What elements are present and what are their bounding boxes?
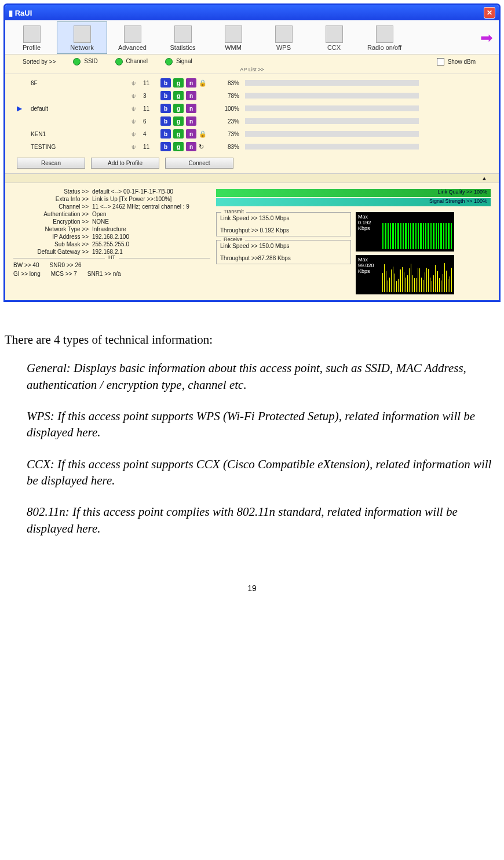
ht-bw: BW >> 40 [13, 262, 39, 268]
raui-window: ▮ RaUI ✕ Profile Network Advanced Statis… [3, 3, 501, 302]
mode-b-icon: b [160, 116, 171, 126]
tab-radio[interactable]: Radio on/off [359, 21, 410, 54]
details-panel: Status >>default <--> 00-1F-1F-1F-7B-00E… [5, 183, 499, 300]
selected-icon: ▶ [17, 104, 24, 112]
ap-row[interactable]: KEN1⍦4bgn🔒73% [17, 127, 487, 140]
rx-throughput: Throughput >>87.288 Kbps [220, 255, 347, 261]
ap-ssid: 6F [26, 80, 129, 86]
antenna-icon: ⍦ [132, 130, 141, 138]
ap-channel: 4 [143, 131, 158, 137]
ap-list-label: AP List >> [5, 67, 499, 74]
ap-percent: 78% [210, 93, 243, 99]
arrow-icon[interactable]: ➡ [480, 29, 493, 47]
status-row: Extra Info >>Link is Up [Tx Power >>:100… [13, 195, 210, 203]
mode-g-icon: g [173, 129, 184, 139]
tab-wmm[interactable]: WMM [208, 21, 258, 54]
ap-list[interactable]: 6F⍦11bgn🔒83%⍦3bgn78%▶default⍦11bgn100%⍦6… [5, 74, 499, 155]
mode-g-icon: g [173, 142, 184, 151]
status-value: Infrastructure [92, 226, 210, 232]
antenna-icon: ⍦ [132, 104, 141, 112]
ap-row[interactable]: 6F⍦11bgn🔒83% [17, 76, 487, 89]
signal-bar [245, 131, 419, 137]
signal-bar [245, 118, 419, 124]
status-row: Status >>default <--> 00-1F-1F-1F-7B-00 [13, 188, 210, 195]
wmm-icon [225, 25, 242, 43]
signal-bar [245, 93, 419, 99]
ht-label: HT [105, 254, 119, 260]
status-value: 255.255.255.0 [92, 241, 210, 247]
sort-ssid[interactable]: SSID [73, 58, 97, 65]
status-row: Channel >>11 <--> 2462 MHz; central chan… [13, 203, 210, 210]
status-value: 11 <--> 2462 MHz; central channel : 9 [92, 203, 210, 210]
mode-n-icon: n [186, 129, 196, 139]
status-key: Default Gateway >> [13, 249, 92, 255]
status-key: Authentication >> [13, 211, 92, 217]
doc-wps: WPS: If this access point supports WPS (… [27, 408, 496, 441]
tab-network[interactable]: Network [57, 21, 107, 54]
rescan-button[interactable]: Rescan [17, 158, 85, 169]
status-row: Sub Mask >>255.255.255.0 [13, 240, 210, 248]
signal-bar [245, 105, 419, 111]
show-dbm-checkbox[interactable]: Show dBm [437, 58, 476, 65]
signal-bar [245, 144, 419, 150]
tab-ccx[interactable]: CCX [309, 21, 359, 54]
sorted-by-label: Sorted by >> [23, 59, 56, 65]
tab-wps[interactable]: WPS [258, 21, 309, 54]
ap-percent: 23% [210, 118, 243, 125]
dot-icon [73, 58, 81, 65]
ap-row[interactable]: ⍦6bgn23% [17, 115, 487, 127]
ap-row[interactable]: TESTING⍦11bgn↻83% [17, 140, 487, 153]
mode-g-icon: g [173, 91, 184, 100]
sort-bar: Sorted by >> SSID Channel Signal Show dB… [5, 54, 499, 67]
ap-channel: 6 [143, 118, 158, 125]
add-to-profile-button[interactable]: Add to Profile [91, 158, 159, 169]
status-row: Authentication >>Open [13, 210, 210, 218]
checkbox-icon [437, 58, 444, 65]
tab-advanced[interactable]: Advanced [107, 21, 158, 54]
button-row: Rescan Add to Profile Connect [5, 155, 499, 173]
doc-ccx: CCX: If this access point supports CCX (… [27, 456, 496, 489]
antenna-icon: ⍦ [132, 117, 141, 125]
ht-section: HT BW >> 40SNR0 >> 26 GI >> longMCS >> 7… [13, 258, 210, 278]
ht-snr0: SNR0 >> 26 [49, 262, 81, 268]
antenna-icon: ⍦ [132, 79, 141, 87]
connect-button[interactable]: Connect [165, 158, 233, 169]
status-value: 192.168.2.100 [92, 234, 210, 240]
doc-general: General: Displays basic information abou… [27, 360, 496, 393]
ht-mcs: MCS >> 7 [51, 271, 77, 277]
titlebar[interactable]: ▮ RaUI ✕ [5, 5, 499, 20]
transmit-fieldset: Transmit Link Speed >> 135.0 Mbps Throug… [216, 212, 351, 236]
ap-percent: 73% [210, 131, 243, 137]
close-button[interactable]: ✕ [484, 7, 495, 19]
main-toolbar: Profile Network Advanced Statistics WMM … [5, 20, 499, 54]
mode-g-icon: g [173, 116, 184, 126]
ht-snr1: SNR1 >> n/a [87, 271, 121, 277]
sort-signal[interactable]: Signal [165, 58, 192, 65]
ht-gi: GI >> long [13, 271, 41, 277]
window-title: RaUI [15, 9, 32, 17]
status-value: Open [92, 211, 210, 217]
lock-icon: ↻ [199, 143, 208, 151]
sort-channel[interactable]: Channel [115, 58, 148, 65]
ap-channel: 11 [143, 105, 158, 112]
tab-profile[interactable]: Profile [6, 21, 57, 54]
tx-throughput: Throughput >> 0.192 Kbps [220, 227, 347, 234]
mode-b-icon: b [160, 142, 171, 151]
status-key: Channel >> [13, 203, 92, 210]
ap-row[interactable]: ▶default⍦11bgn100% [17, 102, 487, 115]
mode-n-icon: n [186, 91, 196, 100]
doc-80211n: 802.11n: If this access point complies w… [27, 504, 496, 537]
signal-bar [245, 80, 419, 86]
ap-channel: 11 [143, 80, 158, 86]
network-icon [74, 25, 91, 43]
app-icon: ▮ [9, 9, 13, 17]
ap-row[interactable]: ⍦3bgn78% [17, 89, 487, 102]
collapse-toggle[interactable]: ▲ [5, 173, 499, 183]
mode-b-icon: b [160, 78, 171, 88]
tab-statistics[interactable]: Statistics [158, 21, 208, 54]
signal-strength-bar: Signal Strength >> 100% [216, 198, 491, 206]
mode-n-icon: n [186, 78, 196, 88]
receive-fieldset: Receive Link Speed >> 150.0 Mbps Through… [216, 240, 351, 264]
statistics-icon [174, 25, 192, 43]
antenna-icon: ⍦ [132, 92, 141, 100]
